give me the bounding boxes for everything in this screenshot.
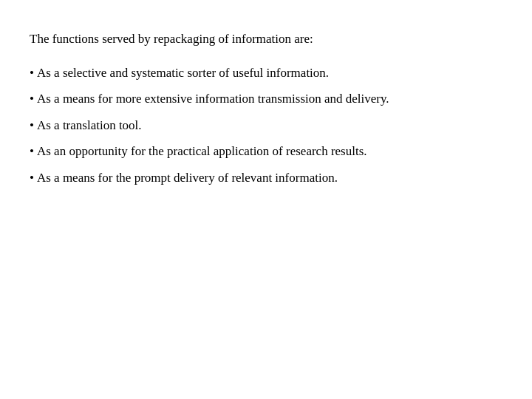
bullet-dot: • bbox=[30, 89, 34, 109]
bullet-text: As a selective and systematic sorter of … bbox=[37, 64, 502, 83]
page-content: The functions served by repackaging of i… bbox=[0, 0, 532, 224]
list-item: •As a selective and systematic sorter of… bbox=[30, 64, 502, 83]
list-item: •As a means for the prompt delivery of r… bbox=[30, 168, 502, 188]
bullet-text: As a means for the prompt delivery of re… bbox=[37, 168, 502, 188]
bullet-dot: • bbox=[30, 168, 34, 188]
bullet-dot: • bbox=[30, 116, 34, 135]
bullet-text: As a means for more extensive informatio… bbox=[37, 89, 502, 109]
bullet-list: •As a selective and systematic sorter of… bbox=[30, 64, 502, 188]
list-item: •As a translation tool. bbox=[30, 116, 502, 135]
bullet-text: As an opportunity for the practical appl… bbox=[37, 142, 502, 161]
bullet-text: As a translation tool. bbox=[37, 116, 502, 135]
list-item: •As a means for more extensive informati… bbox=[30, 89, 502, 109]
list-item: •As an opportunity for the practical app… bbox=[30, 142, 502, 161]
bullet-dot: • bbox=[30, 64, 34, 83]
bullet-dot: • bbox=[30, 142, 34, 161]
heading-text: The functions served by repackaging of i… bbox=[30, 30, 502, 49]
